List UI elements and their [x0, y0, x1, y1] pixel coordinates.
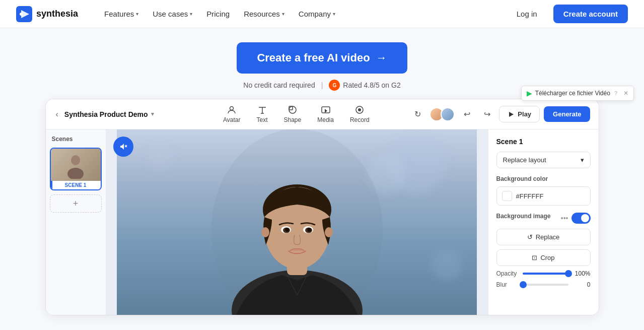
avatar-tool[interactable]: Avatar	[216, 102, 247, 126]
opacity-value: 100%	[573, 270, 591, 277]
record-tool[interactable]: Record	[343, 102, 377, 126]
nav-item-company[interactable]: Company ▾	[293, 6, 341, 22]
back-button[interactable]: ‹	[54, 108, 60, 121]
blur-label: Blur	[496, 281, 519, 288]
replace-icon: ↺	[527, 233, 533, 241]
blur-value: 0	[573, 281, 591, 288]
bg-color-label: Background color	[496, 175, 591, 182]
text-tool[interactable]: Text	[250, 102, 275, 126]
svg-point-20	[261, 227, 269, 237]
play-button[interactable]: Play	[499, 106, 540, 122]
blur-row: Blur 0	[496, 281, 591, 288]
title-chevron-icon: ▾	[151, 111, 154, 117]
g2-icon: G	[329, 80, 340, 91]
color-swatch	[502, 191, 512, 201]
bg-color-picker[interactable]: #FFFFFF	[496, 186, 591, 206]
refresh-icon[interactable]: ↻	[409, 106, 425, 122]
project-title: Synthesia Product Demo ▾	[64, 110, 154, 118]
svg-point-11	[67, 168, 84, 179]
add-scene-button[interactable]: +	[50, 194, 102, 213]
toolbar-actions: ↻ ↩ ↪ Play Generate	[409, 106, 590, 122]
scene-title: Scene 1	[496, 138, 591, 146]
user-avatar-2	[441, 107, 455, 121]
replace-layout-dropdown[interactable]: Replace layout ▾	[496, 152, 591, 168]
svg-point-2	[20, 13, 23, 16]
nav-item-pricing[interactable]: Pricing	[200, 6, 236, 22]
dropdown-chevron-icon: ▾	[581, 156, 584, 164]
blur-slider[interactable]	[523, 284, 568, 286]
logo[interactable]: synthesia	[16, 6, 78, 22]
arrow-icon: →	[376, 51, 387, 64]
nav-item-resources[interactable]: Resources ▾	[238, 6, 291, 22]
opacity-fill	[523, 273, 568, 275]
generate-button[interactable]: Generate	[544, 106, 590, 122]
bg-image-controls: •••	[561, 213, 591, 224]
download-icon: ▶	[527, 89, 532, 97]
avatar-person	[211, 129, 383, 315]
media-tool[interactable]: Media	[310, 102, 341, 126]
toggle-knob	[581, 214, 589, 222]
canvas-area	[106, 129, 488, 315]
opacity-thumb[interactable]	[565, 270, 572, 277]
opacity-label: Opacity	[496, 270, 519, 277]
create-account-button[interactable]: Create account	[553, 5, 628, 23]
opacity-row: Opacity 100%	[496, 270, 591, 277]
scenes-label: Scenes	[50, 136, 102, 143]
close-icon[interactable]: ✕	[623, 90, 628, 97]
bg-image-header: Background image •••	[496, 213, 591, 224]
create-video-button[interactable]: Create a free AI video →	[237, 42, 407, 74]
mute-button[interactable]	[113, 137, 133, 157]
svg-point-21	[325, 227, 333, 237]
login-button[interactable]: Log in	[509, 6, 545, 22]
more-options-icon[interactable]: •••	[561, 214, 568, 222]
blur-thumb[interactable]	[520, 281, 527, 288]
logo-text: synthesia	[36, 9, 78, 19]
bg-image-toggle[interactable]	[571, 213, 591, 224]
scene-1-label: SCENE 1	[51, 181, 101, 189]
crop-button[interactable]: ⊡ Crop	[496, 249, 591, 266]
g2-badge: G Rated 4.8/5 on G2	[329, 80, 400, 91]
app-toolbar: ‹ Synthesia Product Demo ▾ Avatar	[46, 99, 599, 129]
canvas-preview	[117, 129, 477, 315]
navbar: synthesia Features ▾ Use cases ▾ Pricing…	[0, 0, 644, 28]
resources-chevron-icon: ▾	[282, 11, 284, 17]
svg-point-10	[71, 155, 80, 165]
scene-1-preview	[51, 149, 101, 181]
undo-button[interactable]: ↩	[459, 106, 475, 122]
usecases-chevron-icon: ▾	[190, 11, 192, 17]
download-banner: ▶ Télécharger ce fichier Vidéo ? ✕	[521, 86, 634, 101]
app-body: Scenes SCENE 1 +	[46, 129, 599, 315]
toolbar-tools: Avatar Text Shape	[216, 102, 377, 126]
svg-marker-9	[509, 112, 514, 117]
hero-subtitle: No credit card required | G Rated 4.8/5 …	[243, 80, 400, 91]
redo-button[interactable]: ↪	[479, 106, 495, 122]
company-chevron-icon: ▾	[333, 11, 335, 17]
nav-item-usecases[interactable]: Use cases ▾	[147, 6, 198, 22]
features-chevron-icon: ▾	[136, 11, 138, 17]
color-value: #FFFFFF	[516, 192, 544, 200]
scene-1-thumb[interactable]: SCENE 1	[50, 148, 102, 190]
nav-right: Log in Create account	[509, 5, 628, 23]
bg-image-label: Background image	[496, 213, 551, 220]
right-panel: Scene 1 Replace layout ▾ Background colo…	[488, 129, 599, 315]
app-container: ‹ Synthesia Product Demo ▾ Avatar	[45, 99, 599, 315]
avatar-group	[430, 107, 455, 121]
svg-point-8	[358, 108, 361, 111]
shape-tool[interactable]: Shape	[277, 102, 309, 126]
scenes-panel: Scenes SCENE 1 +	[46, 129, 106, 315]
nav-items: Features ▾ Use cases ▾ Pricing Resources…	[98, 6, 505, 22]
crop-icon: ⊡	[532, 254, 537, 261]
svg-point-3	[230, 107, 234, 110]
opacity-slider[interactable]	[523, 273, 568, 275]
replace-button[interactable]: ↺ Replace	[496, 229, 591, 245]
svg-point-27	[307, 228, 311, 232]
nav-item-features[interactable]: Features ▾	[98, 6, 145, 22]
svg-point-26	[285, 228, 289, 232]
